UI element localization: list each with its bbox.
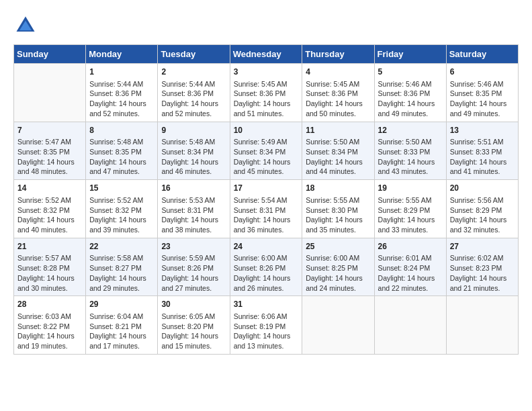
calendar-cell: 31Sunrise: 6:06 AM Sunset: 8:19 PM Dayli… <box>230 296 302 355</box>
calendar-cell: 26Sunrise: 6:01 AM Sunset: 8:24 PM Dayli… <box>374 238 446 296</box>
day-number: 25 <box>306 241 370 253</box>
day-info: Sunrise: 5:54 AM Sunset: 8:31 PM Dayligh… <box>234 195 299 235</box>
calendar-cell: 20Sunrise: 5:56 AM Sunset: 8:29 PM Dayli… <box>446 180 518 238</box>
day-number: 19 <box>378 183 443 194</box>
day-number: 22 <box>89 241 154 253</box>
calendar-cell: 24Sunrise: 6:00 AM Sunset: 8:26 PM Dayli… <box>230 238 302 296</box>
day-info: Sunrise: 6:00 AM Sunset: 8:25 PM Dayligh… <box>306 253 370 293</box>
day-info: Sunrise: 5:50 AM Sunset: 8:34 PM Dayligh… <box>306 137 370 177</box>
calendar-cell: 10Sunrise: 5:49 AM Sunset: 8:34 PM Dayli… <box>230 122 302 180</box>
day-info: Sunrise: 5:52 AM Sunset: 8:32 PM Dayligh… <box>17 195 82 235</box>
day-number: 30 <box>161 299 226 310</box>
day-number: 27 <box>450 241 515 253</box>
calendar-cell: 29Sunrise: 6:04 AM Sunset: 8:21 PM Dayli… <box>86 296 158 355</box>
calendar-table: SundayMondayTuesdayWednesdayThursdayFrid… <box>13 44 519 355</box>
day-info: Sunrise: 5:44 AM Sunset: 8:36 PM Dayligh… <box>161 79 226 119</box>
calendar-cell: 18Sunrise: 5:55 AM Sunset: 8:30 PM Dayli… <box>302 180 374 238</box>
day-header-wednesday: Wednesday <box>230 45 302 64</box>
calendar-cell: 23Sunrise: 5:59 AM Sunset: 8:26 PM Dayli… <box>158 238 230 296</box>
day-info: Sunrise: 6:05 AM Sunset: 8:20 PM Dayligh… <box>161 312 226 351</box>
calendar-cell: 25Sunrise: 6:00 AM Sunset: 8:25 PM Dayli… <box>302 238 374 296</box>
day-number: 28 <box>17 299 82 310</box>
day-header-thursday: Thursday <box>302 45 374 64</box>
page-header <box>13 13 519 38</box>
day-number: 4 <box>306 66 370 78</box>
day-info: Sunrise: 5:45 AM Sunset: 8:36 PM Dayligh… <box>306 79 370 119</box>
calendar-cell: 28Sunrise: 6:03 AM Sunset: 8:22 PM Dayli… <box>14 296 86 355</box>
calendar-cell: 16Sunrise: 5:53 AM Sunset: 8:31 PM Dayli… <box>158 180 230 238</box>
day-number: 3 <box>234 66 299 78</box>
calendar-cell: 1Sunrise: 5:44 AM Sunset: 8:36 PM Daylig… <box>86 64 158 122</box>
day-info: Sunrise: 5:59 AM Sunset: 8:26 PM Dayligh… <box>161 253 226 293</box>
day-number: 20 <box>450 183 515 194</box>
calendar-cell <box>14 64 86 122</box>
day-header-monday: Monday <box>86 45 158 64</box>
calendar-week-row: 28Sunrise: 6:03 AM Sunset: 8:22 PM Dayli… <box>14 296 519 355</box>
day-info: Sunrise: 5:50 AM Sunset: 8:33 PM Dayligh… <box>378 137 443 177</box>
day-number: 12 <box>378 125 443 136</box>
day-info: Sunrise: 5:58 AM Sunset: 8:27 PM Dayligh… <box>89 253 154 293</box>
calendar-week-row: 21Sunrise: 5:57 AM Sunset: 8:28 PM Dayli… <box>14 238 519 296</box>
day-number: 11 <box>306 125 370 136</box>
day-number: 10 <box>234 125 299 136</box>
day-info: Sunrise: 5:45 AM Sunset: 8:36 PM Dayligh… <box>234 79 299 119</box>
day-info: Sunrise: 6:00 AM Sunset: 8:26 PM Dayligh… <box>234 253 299 293</box>
day-info: Sunrise: 6:01 AM Sunset: 8:24 PM Dayligh… <box>378 253 443 293</box>
day-number: 26 <box>378 241 443 253</box>
calendar-cell <box>446 296 518 355</box>
day-header-friday: Friday <box>374 45 446 64</box>
calendar-cell: 8Sunrise: 5:48 AM Sunset: 8:35 PM Daylig… <box>86 122 158 180</box>
day-info: Sunrise: 5:53 AM Sunset: 8:31 PM Dayligh… <box>161 195 226 235</box>
day-number: 15 <box>89 183 154 194</box>
logo <box>13 13 40 38</box>
day-header-sunday: Sunday <box>14 45 86 64</box>
day-number: 17 <box>234 183 299 194</box>
calendar-cell: 12Sunrise: 5:50 AM Sunset: 8:33 PM Dayli… <box>374 122 446 180</box>
calendar-cell: 22Sunrise: 5:58 AM Sunset: 8:27 PM Dayli… <box>86 238 158 296</box>
day-number: 24 <box>234 241 299 253</box>
calendar-cell: 11Sunrise: 5:50 AM Sunset: 8:34 PM Dayli… <box>302 122 374 180</box>
day-info: Sunrise: 5:55 AM Sunset: 8:30 PM Dayligh… <box>306 195 370 235</box>
day-number: 7 <box>17 125 82 136</box>
day-number: 16 <box>161 183 226 194</box>
day-number: 13 <box>450 125 515 136</box>
day-info: Sunrise: 6:06 AM Sunset: 8:19 PM Dayligh… <box>234 312 299 351</box>
day-info: Sunrise: 5:57 AM Sunset: 8:28 PM Dayligh… <box>17 253 82 293</box>
day-info: Sunrise: 5:48 AM Sunset: 8:34 PM Dayligh… <box>161 137 226 177</box>
calendar-week-row: 14Sunrise: 5:52 AM Sunset: 8:32 PM Dayli… <box>14 180 519 238</box>
day-number: 29 <box>89 299 154 310</box>
day-info: Sunrise: 5:46 AM Sunset: 8:35 PM Dayligh… <box>450 79 515 119</box>
calendar-cell <box>302 296 374 355</box>
calendar-cell: 13Sunrise: 5:51 AM Sunset: 8:33 PM Dayli… <box>446 122 518 180</box>
day-info: Sunrise: 5:47 AM Sunset: 8:35 PM Dayligh… <box>17 137 82 177</box>
day-info: Sunrise: 5:52 AM Sunset: 8:32 PM Dayligh… <box>89 195 154 235</box>
calendar-week-row: 1Sunrise: 5:44 AM Sunset: 8:36 PM Daylig… <box>14 64 519 122</box>
calendar-cell: 6Sunrise: 5:46 AM Sunset: 8:35 PM Daylig… <box>446 64 518 122</box>
day-number: 31 <box>234 299 299 310</box>
day-info: Sunrise: 5:44 AM Sunset: 8:36 PM Dayligh… <box>89 79 154 119</box>
day-number: 2 <box>161 66 226 78</box>
day-info: Sunrise: 5:48 AM Sunset: 8:35 PM Dayligh… <box>89 137 154 177</box>
calendar-cell: 14Sunrise: 5:52 AM Sunset: 8:32 PM Dayli… <box>14 180 86 238</box>
calendar-cell: 7Sunrise: 5:47 AM Sunset: 8:35 PM Daylig… <box>14 122 86 180</box>
day-number: 23 <box>161 241 226 253</box>
day-number: 6 <box>450 66 515 78</box>
day-header-saturday: Saturday <box>446 45 518 64</box>
day-number: 18 <box>306 183 370 194</box>
day-number: 14 <box>17 183 82 194</box>
day-info: Sunrise: 6:02 AM Sunset: 8:23 PM Dayligh… <box>450 253 515 293</box>
calendar-cell: 3Sunrise: 5:45 AM Sunset: 8:36 PM Daylig… <box>230 64 302 122</box>
day-number: 21 <box>17 241 82 253</box>
day-info: Sunrise: 6:03 AM Sunset: 8:22 PM Dayligh… <box>17 312 82 351</box>
calendar-week-row: 7Sunrise: 5:47 AM Sunset: 8:35 PM Daylig… <box>14 122 519 180</box>
day-number: 1 <box>89 66 154 78</box>
day-number: 9 <box>161 125 226 136</box>
calendar-cell: 4Sunrise: 5:45 AM Sunset: 8:36 PM Daylig… <box>302 64 374 122</box>
logo-icon <box>13 13 38 38</box>
day-info: Sunrise: 6:04 AM Sunset: 8:21 PM Dayligh… <box>89 312 154 351</box>
calendar-cell <box>374 296 446 355</box>
calendar-cell: 21Sunrise: 5:57 AM Sunset: 8:28 PM Dayli… <box>14 238 86 296</box>
calendar-header-row: SundayMondayTuesdayWednesdayThursdayFrid… <box>14 45 519 64</box>
calendar-cell: 19Sunrise: 5:55 AM Sunset: 8:29 PM Dayli… <box>374 180 446 238</box>
day-info: Sunrise: 5:46 AM Sunset: 8:36 PM Dayligh… <box>378 79 443 119</box>
